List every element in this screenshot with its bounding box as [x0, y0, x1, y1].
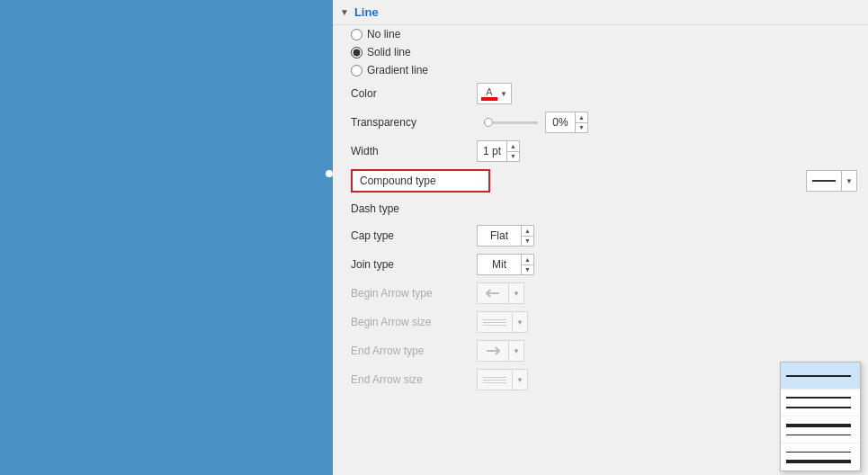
end-arrow-type-value [478, 341, 509, 361]
end-arrow-size-dropdown-icon[interactable]: ▼ [513, 370, 527, 390]
color-button[interactable]: A ▼ [477, 83, 512, 104]
cap-spinner-up[interactable]: ▲ [522, 226, 533, 237]
solid-line-row: Solid line [333, 43, 868, 61]
color-swatch-container: A [481, 86, 497, 101]
transparency-spinner[interactable]: 0% ▲ ▼ [545, 112, 588, 133]
begin-arrow-type-row: Begin Arrow type ▼ [333, 279, 868, 308]
double-line-preview [786, 394, 851, 412]
compound-dropdown-arrow-icon[interactable]: ▼ [842, 171, 856, 191]
section-title: Line [354, 5, 379, 19]
paint-icon: A [486, 86, 492, 97]
cap-spinner-down[interactable]: ▼ [522, 237, 533, 246]
compound-type-button[interactable]: Compound type [351, 169, 490, 193]
dash-type-row: Dash type [333, 196, 868, 221]
line-section-header[interactable]: ▼ Line [333, 0, 868, 25]
end-arrow-type-button[interactable]: ▼ [477, 340, 524, 362]
dash-type-label: Dash type [351, 202, 477, 215]
transparency-row: Transparency 0% ▲ ▼ [333, 108, 868, 137]
end-arrow-type-label: End Arrow type [351, 345, 477, 357]
color-label: Color [351, 87, 477, 100]
color-row: Color A ▼ [333, 79, 868, 108]
transparency-value: 0% [546, 116, 575, 129]
transparency-slider[interactable] [484, 121, 538, 124]
no-line-row: No line [333, 25, 868, 43]
slider-thumb [484, 118, 493, 127]
join-type-label: Join type [351, 258, 477, 271]
begin-arrow-size-label: Begin Arrow size [351, 316, 477, 328]
join-type-spinner[interactable]: Mit ▲ ▼ [477, 254, 534, 275]
thin-thick-preview [786, 448, 851, 466]
width-spinner-up[interactable]: ▲ [507, 141, 519, 152]
thick-thin-preview [786, 421, 851, 439]
compound-type-popup [780, 362, 861, 471]
begin-arrow-size-dropdown-icon[interactable]: ▼ [513, 312, 527, 332]
compound-option-thick-thin[interactable] [781, 417, 860, 444]
begin-arrow-size-button[interactable]: ▼ [477, 311, 528, 333]
cap-type-row: Cap type Flat ▲ ▼ [333, 221, 868, 250]
spinner-up[interactable]: ▲ [576, 112, 587, 123]
solid-line-label[interactable]: Solid line [367, 46, 411, 58]
begin-arrow-size-row: Begin Arrow size ▼ [333, 308, 868, 336]
cap-type-label: Cap type [351, 229, 477, 242]
begin-arrow-type-value [478, 283, 509, 303]
spinner-down[interactable]: ▼ [576, 123, 587, 133]
compound-option-thin-thick[interactable] [781, 444, 860, 471]
begin-arrow-size-lines [478, 312, 513, 332]
solid-line-radio[interactable] [351, 47, 362, 58]
join-type-value: Mit [478, 258, 521, 271]
width-spinner-down[interactable]: ▼ [507, 152, 519, 162]
join-type-row: Join type Mit ▲ ▼ [333, 250, 868, 279]
join-spinner-down[interactable]: ▼ [522, 265, 533, 275]
end-arrow-size-label: End Arrow size [351, 373, 477, 386]
width-spinner-arrows: ▲ ▼ [506, 141, 519, 161]
end-arrow-size-lines [478, 370, 513, 390]
collapse-icon: ▼ [340, 7, 349, 17]
cap-type-spinner[interactable]: Flat ▲ ▼ [477, 225, 534, 246]
end-arrow-icon [483, 344, 503, 358]
width-value: 1 pt [478, 145, 506, 157]
transparency-label: Transparency [351, 116, 477, 129]
single-line-preview [786, 367, 851, 385]
cap-type-value: Flat [478, 229, 521, 242]
width-row: Width 1 pt ▲ ▼ [333, 137, 868, 166]
color-dropdown-arrow: ▼ [500, 90, 507, 98]
join-spinner-up[interactable]: ▲ [522, 255, 533, 265]
arrow-type-icon [483, 286, 503, 300]
properties-panel: ▼ Line No line Solid line Gradient line … [333, 0, 868, 475]
compound-type-value [807, 171, 842, 191]
spinner-arrows: ▲ ▼ [575, 112, 587, 132]
cap-spinner-arrows: ▲ ▼ [521, 226, 533, 246]
selection-handle[interactable] [326, 170, 333, 177]
color-swatch [481, 97, 497, 101]
begin-arrow-type-label: Begin Arrow type [351, 287, 477, 300]
gradient-line-row: Gradient line [333, 61, 868, 79]
canvas-panel [0, 0, 333, 475]
begin-arrow-type-button[interactable]: ▼ [477, 282, 524, 304]
begin-arrow-type-dropdown-icon[interactable]: ▼ [509, 283, 523, 303]
gradient-line-label[interactable]: Gradient line [367, 64, 428, 76]
compound-type-dropdown[interactable]: ▼ [806, 170, 857, 192]
width-label: Width [351, 145, 477, 157]
end-arrow-size-button[interactable]: ▼ [477, 369, 528, 390]
compound-option-double[interactable] [781, 390, 860, 417]
gradient-line-radio[interactable] [351, 65, 362, 76]
no-line-label[interactable]: No line [367, 28, 400, 40]
no-line-radio[interactable] [351, 29, 362, 40]
compound-option-single[interactable] [781, 363, 860, 390]
width-spinner[interactable]: 1 pt ▲ ▼ [477, 140, 520, 162]
end-arrow-type-dropdown-icon[interactable]: ▼ [509, 341, 523, 361]
compound-type-row: Compound type ▼ [333, 166, 868, 196]
compound-type-label: Compound type [360, 175, 436, 187]
join-spinner-arrows: ▲ ▼ [521, 255, 533, 274]
